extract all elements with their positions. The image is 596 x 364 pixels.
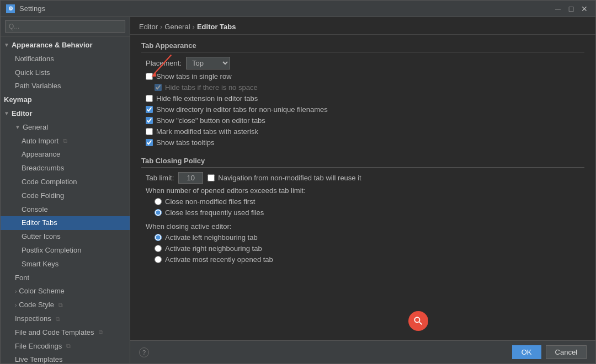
mark-modified-checkbox[interactable]: [146, 128, 153, 135]
sidebar-item-auto-import[interactable]: Auto Import ⧉: [1, 135, 130, 148]
expand-arrow: ▼: [15, 123, 20, 132]
sidebar-item-label: Postfix Completion: [22, 245, 81, 256]
sidebar-item-label: Quick Lists: [15, 67, 50, 79]
sidebar-item-appearance-behavior[interactable]: ▼ Appearance & Behavior: [1, 39, 130, 52]
activate-right-radio[interactable]: [155, 245, 162, 252]
sidebar-item-appearance[interactable]: Appearance: [1, 148, 130, 162]
show-close-checkbox[interactable]: [146, 117, 153, 124]
tab-limit-input[interactable]: [178, 172, 203, 184]
exceeds-label: When number of opened editors exceeds ta…: [146, 186, 306, 195]
breadcrumb-sep1: ›: [160, 23, 162, 31]
show-directory-label[interactable]: Show directory in editor tabs for non-un…: [146, 105, 328, 114]
activate-left-label[interactable]: Activate left neighbouring tab: [155, 233, 258, 242]
sidebar-item-inspections[interactable]: Inspections ⧉: [1, 312, 130, 326]
sidebar-item-live-templates[interactable]: Live Templates: [1, 353, 130, 363]
content-area: ▼ Appearance & Behavior Notifications Qu…: [1, 17, 595, 363]
sidebar-item-file-code-templates[interactable]: File and Code Templates ⧉: [1, 326, 130, 340]
activate-left-radio[interactable]: [155, 234, 162, 241]
sidebar-item-label: Keymap: [4, 94, 32, 106]
sidebar-item-code-folding[interactable]: Code Folding: [1, 189, 130, 203]
sidebar-item-quick-lists[interactable]: Quick Lists: [1, 66, 130, 80]
sidebar-item-code-style[interactable]: › Code Style ⧉: [1, 298, 130, 312]
placement-label: Placement:: [146, 59, 182, 67]
ok-button[interactable]: OK: [512, 345, 541, 359]
sidebar-item-gutter-icons[interactable]: Gutter Icons: [1, 230, 130, 244]
hide-extension-label[interactable]: Hide file extension in editor tabs: [146, 94, 258, 103]
placement-select[interactable]: Top Left Bottom Right: [186, 57, 230, 69]
activate-recent-label[interactable]: Activate most recently opened tab: [155, 255, 273, 264]
sidebar-item-breadcrumbs[interactable]: Breadcrumbs: [1, 162, 130, 175]
close-less-frequent-radio[interactable]: [155, 209, 162, 216]
tab-limit-row: Tab limit: Navigation from non-modified …: [141, 172, 584, 184]
help-button[interactable]: ?: [139, 347, 149, 357]
expand-arrow: ▼: [4, 109, 9, 118]
show-tooltips-row: Show tabs tooltips: [141, 138, 584, 147]
sidebar-item-label: File Encodings: [15, 341, 62, 352]
sidebar-item-smart-keys[interactable]: Smart Keys: [1, 258, 130, 271]
main-wrapper: Editor › General › Editor Tabs Tab Appea…: [130, 17, 595, 363]
close-non-modified-radio[interactable]: [155, 198, 162, 205]
sidebar-item-editor[interactable]: ▼ Editor: [1, 107, 130, 121]
minimize-button[interactable]: ─: [552, 3, 563, 14]
expand-arrow: ▼: [4, 41, 9, 50]
activate-recent-row: Activate most recently opened tab: [141, 255, 584, 264]
breadcrumb-sep2: ›: [193, 23, 195, 31]
cancel-button[interactable]: Cancel: [546, 345, 587, 359]
activate-recent-radio[interactable]: [155, 256, 162, 263]
sidebar-item-notifications[interactable]: Notifications: [1, 52, 130, 66]
sidebar-item-keymap[interactable]: Keymap: [1, 93, 130, 107]
sidebar-item-general[interactable]: ▼ General: [1, 121, 130, 135]
floating-search-button[interactable]: [408, 311, 428, 331]
footer: ? OK Cancel: [130, 340, 595, 363]
sidebar-item-label: Editor Tabs: [22, 217, 57, 229]
close-non-modified-row: Close non-modified files first: [141, 197, 584, 206]
nav-reuse-checkbox[interactable]: [207, 174, 215, 181]
show-tooltips-label[interactable]: Show tabs tooltips: [146, 138, 215, 147]
copy-icon: ⧉: [58, 301, 63, 311]
sidebar-item-label: Editor: [12, 108, 33, 120]
nav-reuse-label[interactable]: Navigation from non-modified tab will re…: [207, 174, 361, 182]
hide-no-space-label[interactable]: Hide tabs if there is no space: [155, 83, 258, 92]
sidebar-item-label: Breadcrumbs: [22, 163, 64, 174]
sidebar-item-path-variables[interactable]: Path Variables: [1, 79, 130, 93]
hide-no-space-checkbox[interactable]: [155, 84, 162, 91]
sidebar-item-label: Auto Import: [22, 136, 58, 147]
title-bar-left: ⚙ Settings: [6, 4, 45, 13]
hide-extension-checkbox[interactable]: [146, 95, 153, 102]
tab-closing-section: Tab Closing Policy Tab limit: Navigation…: [141, 157, 584, 264]
show-single-row-label[interactable]: Show tabs in single row: [146, 72, 232, 81]
sidebar-item-label: Code Style: [19, 299, 54, 311]
close-button[interactable]: ✕: [579, 3, 590, 14]
main-panel: Editor › General › Editor Tabs Tab Appea…: [130, 17, 595, 340]
show-directory-row: Show directory in editor tabs for non-un…: [141, 105, 584, 114]
show-tooltips-checkbox[interactable]: [146, 139, 153, 146]
sidebar-item-label: Inspections: [15, 313, 51, 325]
sidebar-item-label: Smart Keys: [22, 259, 58, 270]
close-less-frequent-label[interactable]: Close less frequently used files: [155, 208, 264, 217]
main-content: Tab Appearance Placement: Top Left Botto…: [130, 35, 595, 340]
sidebar-item-console[interactable]: Console: [1, 203, 130, 217]
tab-appearance-section: Tab Appearance Placement: Top Left Botto…: [141, 41, 584, 147]
sidebar-item-file-encodings[interactable]: File Encodings ⧉: [1, 340, 130, 354]
breadcrumb-editor: Editor: [139, 23, 158, 31]
close-non-modified-label[interactable]: Close non-modified files first: [155, 197, 255, 206]
mark-modified-label[interactable]: Mark modified tabs with asterisk: [146, 127, 258, 136]
sidebar-item-label: Live Templates: [15, 354, 62, 363]
expand-arrow: ›: [15, 301, 17, 310]
maximize-button[interactable]: □: [566, 3, 577, 14]
show-directory-checkbox[interactable]: [146, 106, 153, 113]
copy-icon: ⧉: [66, 341, 71, 351]
sidebar-item-postfix-completion[interactable]: Postfix Completion: [1, 244, 130, 258]
sidebar-item-color-scheme[interactable]: › Color Scheme: [1, 285, 130, 298]
sidebar-item-label: Appearance & Behavior: [12, 40, 93, 51]
show-close-label[interactable]: Show "close" button on editor tabs: [146, 116, 265, 125]
sidebar-item-label: File and Code Templates: [15, 327, 94, 339]
sidebar-item-code-completion[interactable]: Code Completion: [1, 175, 130, 189]
activate-right-label[interactable]: Activate right neighbouring tab: [155, 244, 262, 253]
sidebar-item-font[interactable]: Font: [1, 271, 130, 285]
show-single-row-checkbox[interactable]: [146, 73, 153, 80]
sidebar-item-editor-tabs[interactable]: Editor Tabs: [1, 216, 130, 230]
breadcrumb-current: Editor Tabs: [197, 23, 236, 31]
search-input[interactable]: [5, 20, 125, 33]
search-box: [1, 17, 130, 36]
